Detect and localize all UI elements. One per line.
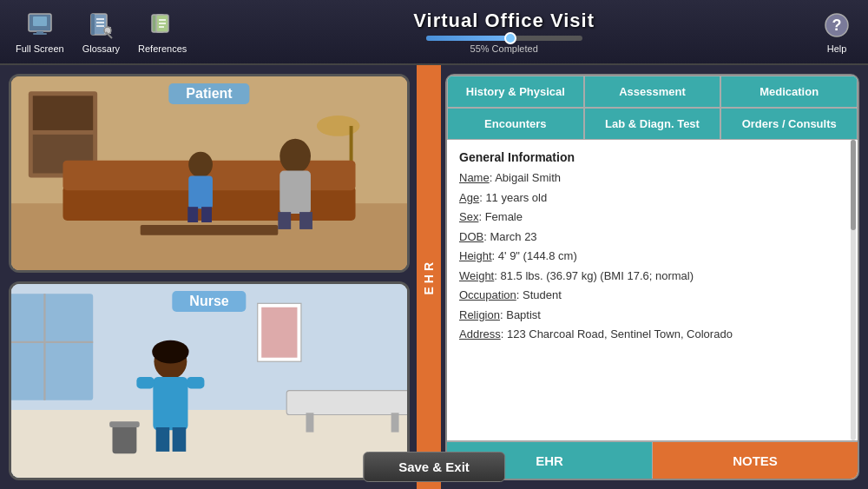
notes-button[interactable]: NOTES <box>653 442 858 479</box>
page-title: Virtual Office Visit <box>413 10 595 32</box>
value-address: 123 Charcoal Road, Sentinel Town, Colora… <box>507 327 733 340</box>
fullscreen-label: Full Screen <box>16 43 64 54</box>
svg-rect-1 <box>33 17 47 26</box>
ehr-content-area: General Information Name: Abigail Smith … <box>447 140 858 440</box>
svg-rect-44 <box>286 391 407 415</box>
svg-rect-34 <box>188 175 213 208</box>
tab-orders[interactable]: Orders / Consults <box>720 108 858 140</box>
value-height: 4' 9" (144.8 cm) <box>498 249 577 262</box>
references-icon <box>147 10 178 41</box>
svg-rect-54 <box>113 425 137 453</box>
ehr-sidebar-label: EHR <box>422 259 436 295</box>
svg-rect-30 <box>279 171 311 215</box>
patient-video-frame: Patient <box>9 74 410 273</box>
svg-rect-49 <box>153 377 187 430</box>
svg-rect-53 <box>173 427 187 452</box>
field-name: Name: Abigail Smith <box>459 169 845 187</box>
label-height: Height <box>459 249 492 262</box>
top-right-tools: ? Help <box>814 5 859 58</box>
top-bar: Full Screen Glossary <box>0 0 868 65</box>
ehr-bottom-buttons: EHR NOTES <box>447 440 858 479</box>
header-center: Virtual Office Visit 55% Completed <box>194 10 814 54</box>
svg-rect-31 <box>278 212 291 229</box>
svg-rect-28 <box>141 225 279 235</box>
value-religion: Baptist <box>506 308 541 321</box>
label-religion: Religion <box>459 308 500 321</box>
label-weight: Weight <box>459 269 494 282</box>
value-weight: 81.5 lbs. (36.97 kg) (BMI 17.6; normal) <box>500 269 694 282</box>
field-age: Age: 11 years old <box>459 189 845 207</box>
label-age: Age <box>459 191 479 204</box>
fullscreen-button[interactable]: Full Screen <box>9 5 71 58</box>
save-exit-button[interactable]: Save & Exit <box>363 452 505 482</box>
bottom-bar: Save & Exit <box>363 452 505 489</box>
value-name: Abigail Smith <box>495 171 561 184</box>
svg-point-29 <box>279 139 311 174</box>
svg-rect-32 <box>299 212 312 229</box>
ehr-card: History & Physical Assessment Medication… <box>445 74 859 480</box>
field-address: Address: 123 Charcoal Road, Sentinel Tow… <box>459 326 845 343</box>
nurse-scene <box>11 284 407 478</box>
main-content: Patient <box>0 65 868 489</box>
svg-point-48 <box>152 340 188 364</box>
left-panel: Patient <box>0 65 417 489</box>
label-address: Address <box>459 327 501 340</box>
svg-rect-52 <box>156 427 170 452</box>
field-sex: Sex: Female <box>459 208 845 226</box>
glossary-icon <box>85 10 116 41</box>
svg-rect-3 <box>33 33 47 35</box>
field-occupation: Occupation: Student <box>459 287 845 304</box>
label-dob: DOB <box>459 230 483 243</box>
svg-rect-39 <box>11 294 93 400</box>
nurse-label: Nurse <box>172 291 246 312</box>
references-button[interactable]: References <box>131 5 194 58</box>
value-dob: March 23 <box>490 230 536 243</box>
patient-label: Patient <box>168 83 249 104</box>
field-dob: DOB: March 23 <box>459 228 845 246</box>
progress-fill <box>426 36 512 41</box>
help-icon: ? <box>821 10 852 41</box>
value-age: 11 years old <box>485 191 547 204</box>
fullscreen-icon <box>24 10 56 41</box>
svg-point-24 <box>317 116 360 136</box>
svg-text:?: ? <box>832 17 842 34</box>
right-panel: History & Physical Assessment Medication… <box>441 65 868 489</box>
svg-rect-45 <box>306 413 314 432</box>
label-name: Name <box>459 171 490 184</box>
svg-rect-36 <box>201 207 212 222</box>
nurse-video-frame: Nurse <box>9 281 410 480</box>
field-weight: Weight: 81.5 lbs. (36.97 kg) (BMI 17.6; … <box>459 268 845 285</box>
value-sex: Female <box>485 210 523 223</box>
ehr-tabs-row-2: Encounters Lab & Diagn. Test Orders / Co… <box>447 108 858 140</box>
tab-assessment[interactable]: Assessment <box>584 76 721 108</box>
top-left-tools: Full Screen Glossary <box>9 5 194 58</box>
svg-rect-22 <box>33 96 93 130</box>
svg-rect-51 <box>187 377 204 388</box>
glossary-button[interactable]: Glossary <box>76 5 127 58</box>
tab-history-physical[interactable]: History & Physical <box>447 76 584 108</box>
ehr-scrollbar-thumb <box>851 140 856 230</box>
ehr-scrollbar[interactable] <box>851 140 856 440</box>
progress-track <box>426 36 582 41</box>
tab-lab[interactable]: Lab & Diagn. Test <box>584 108 721 140</box>
references-label: References <box>138 43 187 54</box>
svg-rect-38 <box>11 410 407 478</box>
svg-rect-35 <box>187 207 198 222</box>
value-occupation: Student <box>523 288 562 301</box>
tab-medication[interactable]: Medication <box>720 76 858 108</box>
svg-rect-46 <box>391 413 399 432</box>
label-occupation: Occupation <box>459 288 516 301</box>
ehr-sidebar: EHR <box>417 65 441 489</box>
field-religion: Religion: Baptist <box>459 307 845 324</box>
svg-rect-50 <box>136 377 154 388</box>
progress-dot <box>504 32 516 44</box>
ehr-tabs-row-1: History & Physical Assessment Medication <box>447 76 858 108</box>
tab-encounters[interactable]: Encounters <box>447 108 584 140</box>
svg-rect-5 <box>91 14 95 35</box>
glossary-label: Glossary <box>82 43 120 54</box>
help-label: Help <box>827 43 847 54</box>
help-button[interactable]: ? Help <box>814 5 859 58</box>
patient-scene <box>11 76 407 270</box>
svg-point-33 <box>188 152 213 178</box>
progress-label: 55% Completed <box>470 43 538 54</box>
